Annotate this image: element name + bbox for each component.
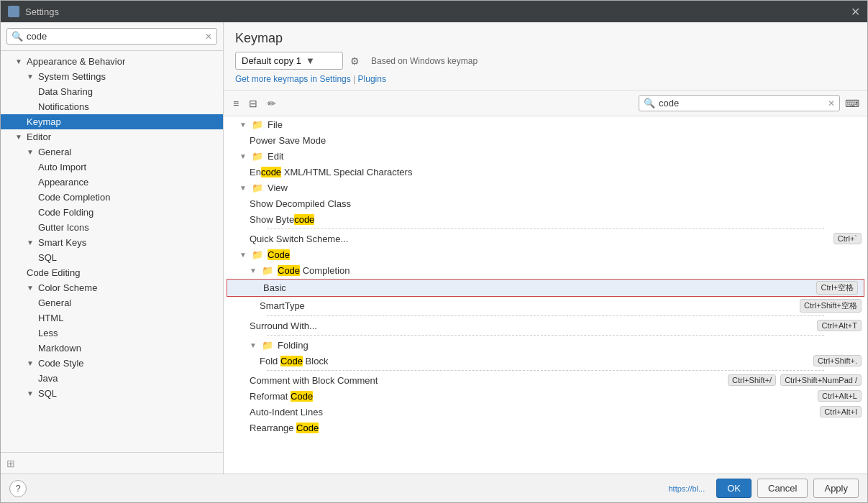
shortcut-badge-2: Ctrl+Shift+NumPad / xyxy=(780,374,862,386)
edit-shortcuts-button[interactable]: ✏ xyxy=(264,96,280,111)
km-item-view[interactable]: ▼ 📁 View xyxy=(224,180,867,195)
folder-icon: 📁 xyxy=(252,119,263,130)
sidebar-item-label: Markdown xyxy=(38,343,81,354)
find-by-shortcut-button[interactable]: ⌨ xyxy=(843,96,862,111)
km-item-folding-folder[interactable]: ▼ 📁 Folding xyxy=(224,337,867,353)
sidebar-item-data-sharing[interactable]: Data Sharing xyxy=(1,84,223,99)
sidebar-search-box: 🔍 ✕ xyxy=(1,22,223,51)
km-item-file[interactable]: ▼ 📁 File xyxy=(224,116,867,132)
sidebar-item-keymap[interactable]: Keymap xyxy=(1,114,223,129)
sidebar-search-input[interactable] xyxy=(27,31,201,42)
shortcut-badge: Ctrl+Shift+空格 xyxy=(800,299,862,313)
km-item-surround-with[interactable]: Surround With... Ctrl+Alt+T xyxy=(224,318,867,333)
sidebar-item-code-completion[interactable]: Code Completion xyxy=(1,190,223,205)
sidebar-item-markdown[interactable]: Markdown xyxy=(1,341,223,356)
expand-arrow-icon: ▼ xyxy=(27,73,35,80)
settings-window: Settings ✕ 🔍 ✕ ▼ Appearance & Behavior xyxy=(0,0,868,503)
expand-arrow-icon: ▼ xyxy=(250,341,260,349)
km-label: Power Save Mode xyxy=(250,135,326,146)
separator xyxy=(267,229,824,229)
km-label: Code Completion xyxy=(278,265,350,276)
sidebar-item-auto-import[interactable]: Auto Import xyxy=(1,160,223,175)
sidebar-item-label: Code Style xyxy=(38,358,84,369)
km-label: Folding xyxy=(278,340,309,351)
km-item-rearrange-code[interactable]: Rearrange Code xyxy=(224,420,867,435)
sidebar-item-label: Code Completion xyxy=(38,192,110,203)
separator xyxy=(267,370,824,371)
sidebar-item-smart-keys[interactable]: ▼ Smart Keys xyxy=(1,235,223,250)
expand-arrow-icon: ▼ xyxy=(27,239,35,246)
expand-arrow-icon: ▼ xyxy=(27,284,35,292)
expand-all-button[interactable]: ≡ xyxy=(229,96,242,111)
sidebar-search-clear-icon[interactable]: ✕ xyxy=(205,32,212,42)
cancel-button[interactable]: Cancel xyxy=(757,479,808,498)
sidebar-item-label: General xyxy=(38,297,71,308)
sidebar-item-code-style[interactable]: ▼ Code Style xyxy=(1,356,223,371)
expand-arrow-icon: ▼ xyxy=(250,267,260,274)
sidebar-item-label: Appearance xyxy=(38,177,88,188)
keymap-search-input[interactable] xyxy=(659,98,824,109)
sidebar-item-appearance[interactable]: Appearance xyxy=(1,175,223,190)
sidebar-item-code-folding[interactable]: Code Folding xyxy=(1,205,223,220)
km-item-comment-block[interactable]: Comment with Block Comment Ctrl+Shift+/ … xyxy=(224,372,867,388)
km-item-basic[interactable]: Basic Ctrl+空格 xyxy=(227,279,864,297)
sidebar-item-sql-cs[interactable]: ▼ SQL xyxy=(1,386,223,401)
km-item-smarttype[interactable]: SmartType Ctrl+Shift+空格 xyxy=(224,297,867,314)
sidebar-item-java[interactable]: Java xyxy=(1,371,223,386)
dropdown-arrow-icon: ▼ xyxy=(306,55,315,66)
sidebar-item-code-editing[interactable]: Code Editing xyxy=(1,265,223,280)
sidebar-tree: ▼ Appearance & Behavior ▼ System Setting… xyxy=(1,51,223,452)
ok-button[interactable]: OK xyxy=(716,479,751,498)
keymap-dropdown[interactable]: Default copy 1 ▼ xyxy=(235,52,343,70)
keymap-search-clear-icon[interactable]: ✕ xyxy=(828,98,835,109)
keymap-tree: ▼ 📁 File Power Save Mode ▼ 📁 Edit xyxy=(224,116,867,474)
help-button[interactable]: ? xyxy=(9,480,27,497)
sidebar-item-html[interactable]: HTML xyxy=(1,310,223,326)
based-on-label: Based on Windows keymap xyxy=(371,56,478,66)
collapse-all-button[interactable]: ⊟ xyxy=(245,96,261,111)
sidebar-item-label: System Settings xyxy=(38,71,106,82)
sidebar-item-label: Less xyxy=(38,328,58,338)
keymap-search-wrap[interactable]: 🔍 ✕ xyxy=(639,95,840,111)
sidebar-item-label: Notifications xyxy=(38,101,89,112)
sidebar-item-sql[interactable]: SQL xyxy=(1,250,223,265)
sidebar-item-appearance-behavior[interactable]: ▼ Appearance & Behavior xyxy=(1,54,223,69)
sidebar-item-color-scheme[interactable]: ▼ Color Scheme xyxy=(1,280,223,295)
sidebar: 🔍 ✕ ▼ Appearance & Behavior ▼ System Set… xyxy=(1,22,224,474)
km-item-edit[interactable]: ▼ 📁 Edit xyxy=(224,148,867,164)
get-more-link[interactable]: Get more keymaps in Settings xyxy=(235,74,351,84)
km-label: Fold Code Block xyxy=(260,356,328,366)
km-item-show-decompiled[interactable]: Show Decompiled Class xyxy=(224,195,867,211)
sidebar-item-editor[interactable]: ▼ Editor xyxy=(1,129,223,144)
expand-arrow-icon: ▼ xyxy=(239,184,250,192)
sidebar-item-system-settings[interactable]: ▼ System Settings xyxy=(1,69,223,84)
km-item-reformat-code[interactable]: Reformat Code Ctrl+Alt+L xyxy=(224,388,867,404)
sidebar-item-gutter-icons[interactable]: Gutter Icons xyxy=(1,220,223,235)
km-item-code-folder[interactable]: ▼ 📁 Code xyxy=(224,246,867,262)
km-label: Basic xyxy=(263,282,286,293)
close-icon[interactable]: ✕ xyxy=(851,5,860,19)
km-item-fold-code-block[interactable]: Fold Code Block Ctrl+Shift+. xyxy=(224,353,867,369)
shortcut-badge-1: Ctrl+Shift+/ xyxy=(728,374,776,386)
right-panel: Keymap Default copy 1 ▼ ⚙ Based on Windo… xyxy=(224,22,867,474)
main-content: 🔍 ✕ ▼ Appearance & Behavior ▼ System Set… xyxy=(1,22,867,474)
sidebar-bottom: ⊞ xyxy=(1,452,223,474)
sidebar-item-general[interactable]: ▼ General xyxy=(1,144,223,160)
sidebar-search-wrap[interactable]: 🔍 ✕ xyxy=(6,28,217,45)
km-label: File xyxy=(268,119,283,130)
sidebar-item-notifications[interactable]: Notifications xyxy=(1,99,223,114)
km-item-auto-indent[interactable]: Auto-Indent Lines Ctrl+Alt+I xyxy=(224,404,867,420)
sidebar-item-less[interactable]: Less xyxy=(1,326,223,341)
km-item-power-save[interactable]: Power Save Mode xyxy=(224,132,867,148)
gear-icon[interactable]: ⚙ xyxy=(350,55,360,67)
km-item-encode-xml[interactable]: Encode XML/HTML Special Characters xyxy=(224,164,867,180)
km-item-show-bytecode[interactable]: Show Bytecode xyxy=(224,211,867,227)
expand-arrow-icon: ▼ xyxy=(239,152,250,160)
sidebar-item-general-cs[interactable]: General xyxy=(1,295,223,310)
sidebar-item-label: Code Editing xyxy=(27,267,80,278)
km-item-code-completion-folder[interactable]: ▼ 📁 Code Completion xyxy=(224,262,867,278)
km-item-quick-switch[interactable]: Quick Switch Scheme... Ctrl+` xyxy=(224,231,867,246)
km-label: Show Bytecode xyxy=(250,214,314,225)
apply-button[interactable]: Apply xyxy=(813,479,859,498)
plugins-link[interactable]: Plugins xyxy=(358,74,386,84)
